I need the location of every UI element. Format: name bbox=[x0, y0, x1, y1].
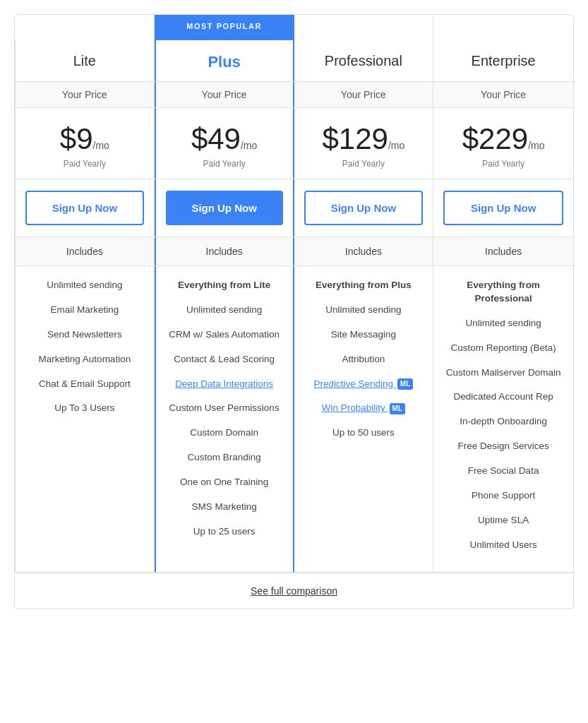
list-item: Custom Domain bbox=[162, 421, 287, 446]
list-item: Attribution bbox=[300, 347, 428, 372]
list-item: Contact & Lead Scoring bbox=[162, 347, 287, 372]
list-item: Phone Support bbox=[439, 484, 568, 508]
table-footer: See full comparison bbox=[15, 573, 573, 609]
lite-includes: Includes bbox=[15, 237, 155, 265]
list-item: Chat & Email Support bbox=[21, 372, 148, 397]
lite-signup-button[interactable]: Sign Up Now bbox=[25, 191, 144, 225]
list-item: Email Marketing bbox=[21, 298, 148, 323]
list-item: In-depth Onboarding bbox=[439, 410, 568, 434]
list-item: Marketing Automation bbox=[21, 347, 148, 372]
predictive-sending-link[interactable]: Predictive Sending ML bbox=[300, 372, 428, 397]
list-item: Uptime SLA bbox=[439, 508, 568, 533]
list-item: Unlimited Users bbox=[439, 533, 568, 558]
list-item: CRM w/ Sales Automation bbox=[162, 323, 287, 347]
ent-signup-cell: Sign Up Now bbox=[433, 179, 573, 237]
list-item: Unlimited sending bbox=[439, 311, 568, 336]
pro-banner-placeholder bbox=[294, 15, 434, 40]
plus-plan-name: Plus bbox=[155, 40, 294, 81]
list-item: Free Design Services bbox=[439, 434, 568, 459]
pro-your-price: Your Price bbox=[294, 82, 434, 107]
lite-signup-cell: Sign Up Now bbox=[15, 179, 155, 237]
win-probability-link[interactable]: Win Probability ML bbox=[300, 396, 428, 421]
list-item: Custom Branding bbox=[162, 446, 287, 470]
list-item: Send Newsletters bbox=[21, 323, 148, 347]
list-item: SMS Marketing bbox=[162, 495, 287, 520]
list-item: Unlimited sending bbox=[162, 298, 287, 323]
plus-features: Everything from Lite Unlimited sending C… bbox=[155, 266, 294, 572]
plus-price: $49/mo Paid Yearly bbox=[155, 108, 294, 179]
list-item: Dedicated Account Rep bbox=[439, 385, 568, 410]
lite-your-price: Your Price bbox=[15, 82, 155, 107]
pro-features: Everything from Plus Unlimited sending S… bbox=[294, 266, 434, 572]
list-item: Unlimited sending bbox=[300, 298, 428, 323]
ent-signup-button[interactable]: Sign Up Now bbox=[443, 191, 563, 225]
ent-includes: Includes bbox=[433, 237, 573, 265]
ent-banner-placeholder bbox=[433, 15, 573, 40]
ent-plan-name: Enterprise bbox=[433, 40, 573, 81]
list-item: Everything from Lite bbox=[162, 273, 287, 298]
pro-plan-name: Professional bbox=[294, 40, 434, 81]
pro-price: $129/mo Paid Yearly bbox=[294, 108, 434, 179]
pro-includes: Includes bbox=[294, 237, 434, 265]
list-item: Up to 50 users bbox=[300, 421, 428, 446]
list-item: One on One Training bbox=[162, 470, 287, 495]
list-item: Custom Mailserver Domain bbox=[439, 361, 568, 386]
see-full-comparison-link[interactable]: See full comparison bbox=[251, 585, 337, 597]
deep-data-link[interactable]: Deep Data Integrations bbox=[162, 372, 287, 397]
plus-signup-button[interactable]: Sign Up Now bbox=[166, 191, 283, 225]
lite-price: $9/mo Paid Yearly bbox=[15, 108, 155, 179]
ent-your-price: Your Price bbox=[433, 82, 573, 107]
list-item: Up to 25 users bbox=[162, 520, 287, 544]
lite-features: Unlimited sending Email Marketing Send N… bbox=[15, 266, 155, 572]
pricing-table: MOST POPULAR Lite Plus Professional Ente… bbox=[14, 14, 574, 609]
most-popular-banner: MOST POPULAR bbox=[155, 15, 294, 40]
ent-price: $229/mo Paid Yearly bbox=[433, 108, 573, 179]
list-item: Site Messaging bbox=[300, 323, 428, 347]
list-item: Custom Reporting (Beta) bbox=[439, 336, 568, 361]
list-item: Everything from Professional bbox=[439, 273, 568, 311]
plus-includes: Includes bbox=[155, 237, 294, 265]
ent-features: Everything from Professional Unlimited s… bbox=[433, 266, 573, 572]
lite-plan-name: Lite bbox=[15, 40, 155, 81]
pro-signup-button[interactable]: Sign Up Now bbox=[304, 191, 424, 225]
list-item: Custom User Permissions bbox=[162, 396, 287, 421]
plus-your-price: Your Price bbox=[155, 82, 294, 107]
list-item: Unlimited sending bbox=[21, 273, 148, 298]
pro-signup-cell: Sign Up Now bbox=[294, 179, 434, 237]
plus-signup-cell: Sign Up Now bbox=[155, 179, 294, 237]
lite-banner-placeholder bbox=[15, 15, 155, 40]
list-item: Free Social Data bbox=[439, 459, 568, 484]
list-item: Everything from Plus bbox=[300, 273, 428, 298]
list-item: Up To 3 Users bbox=[21, 396, 148, 421]
